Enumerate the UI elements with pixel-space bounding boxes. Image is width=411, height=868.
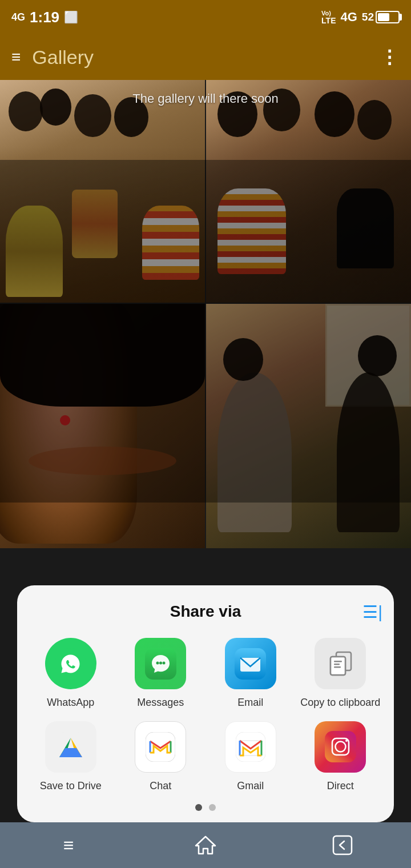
svg-point-3 [159, 661, 162, 664]
time-display: 1:19 [30, 9, 59, 26]
share-title: Share via [170, 602, 241, 621]
copy-icon [315, 638, 366, 689]
svg-rect-12 [334, 666, 341, 668]
email-icon [225, 638, 276, 689]
copy-svg [326, 649, 354, 678]
share-item-whatsapp[interactable]: WhatsApp [29, 638, 113, 709]
signal-icon: 4G [11, 11, 25, 23]
chat-icon [135, 721, 186, 773]
share-item-copy[interactable]: Copy to clipboard [299, 638, 383, 709]
dot-1[interactable] [195, 804, 202, 811]
instagram-label: Direct [327, 779, 354, 793]
status-bar-left: 4G 1:19 ⬜ [11, 9, 78, 26]
nav-menu-icon: ≡ [63, 835, 74, 856]
battery-rect [376, 11, 400, 23]
drive-icon [45, 721, 96, 773]
svg-marker-27 [196, 837, 215, 854]
gallery-photo-1[interactable] [0, 80, 205, 303]
messages-label: Messages [137, 696, 184, 709]
back-icon-svg [332, 834, 353, 856]
dot-2[interactable] [209, 804, 216, 811]
drive-label: Save to Drive [40, 779, 102, 793]
home-icon-svg [195, 834, 216, 856]
svg-rect-10 [334, 661, 342, 662]
whatsapp-svg [55, 648, 86, 680]
network-4g: 4G [341, 10, 357, 25]
share-header: Share via ☰| [29, 602, 382, 621]
nav-home-button[interactable] [183, 822, 228, 868]
chat-label: Chat [150, 779, 171, 793]
battery-indicator: 52 [362, 11, 400, 23]
gmail-icon [225, 721, 276, 773]
gallery-photo-3[interactable] [0, 304, 205, 548]
share-grid-row2: Save to Drive Chat [29, 721, 382, 793]
svg-rect-28 [333, 836, 352, 854]
share-item-instagram[interactable]: Direct [299, 721, 383, 793]
pagination-dots [29, 804, 382, 811]
drive-svg [56, 732, 86, 762]
copy-label: Copy to clipboard [300, 696, 380, 709]
instagram-svg [325, 731, 356, 762]
screenshot-icon: ⬜ [64, 10, 78, 24]
battery-fill [378, 13, 389, 21]
messages-icon [135, 638, 186, 689]
svg-point-4 [162, 661, 165, 664]
share-sheet: Share via ☰| WhatsApp [17, 585, 394, 822]
whatsapp-label: WhatsApp [47, 696, 94, 709]
more-options-icon[interactable]: ⋮ [380, 46, 400, 68]
svg-rect-11 [334, 664, 340, 665]
bottom-nav: ≡ [0, 822, 411, 868]
email-label: Email [237, 696, 263, 709]
chat-svg [146, 732, 175, 762]
share-item-chat[interactable]: Chat [119, 721, 203, 793]
status-bar-right: Vo) LTE 4G 52 [321, 10, 400, 25]
hamburger-icon[interactable]: ≡ [11, 48, 21, 66]
share-item-drive[interactable]: Save to Drive [29, 721, 113, 793]
svg-rect-23 [325, 731, 356, 762]
gallery-photo-2[interactable] [206, 80, 411, 303]
nav-back-button[interactable] [320, 822, 365, 868]
app-title: Gallery [32, 46, 380, 69]
share-item-email[interactable]: Email [208, 638, 293, 709]
share-grid-row1: WhatsApp Mess [29, 638, 382, 709]
gmail-label: Gmail [237, 779, 264, 793]
battery-level: 52 [362, 11, 374, 23]
svg-point-2 [156, 661, 159, 664]
gallery-grid [0, 80, 411, 548]
svg-rect-9 [331, 657, 345, 675]
app-bar: ≡ Gallery ⋮ [0, 34, 411, 80]
gallery-photo-4[interactable] [206, 304, 411, 548]
share-item-messages[interactable]: Messages [119, 638, 203, 709]
photo-detail-yellow [6, 206, 63, 297]
status-bar: 4G 1:19 ⬜ Vo) LTE 4G 52 [0, 0, 411, 34]
svg-point-26 [345, 740, 348, 742]
gmail-svg [236, 732, 265, 762]
messages-svg [145, 648, 176, 680]
whatsapp-icon [45, 638, 96, 689]
gallery-content: The gallery will there soon [0, 80, 411, 548]
nav-menu-button[interactable]: ≡ [46, 822, 91, 868]
gallery-subtitle: The gallery will there soon [132, 91, 279, 106]
share-item-gmail[interactable]: Gmail [208, 721, 293, 793]
svg-rect-13 [56, 732, 86, 762]
instagram-icon [315, 721, 366, 773]
email-svg [235, 648, 266, 680]
volte-indicator: Vo) LTE [321, 10, 336, 25]
share-list-icon[interactable]: ☰| [362, 602, 382, 622]
